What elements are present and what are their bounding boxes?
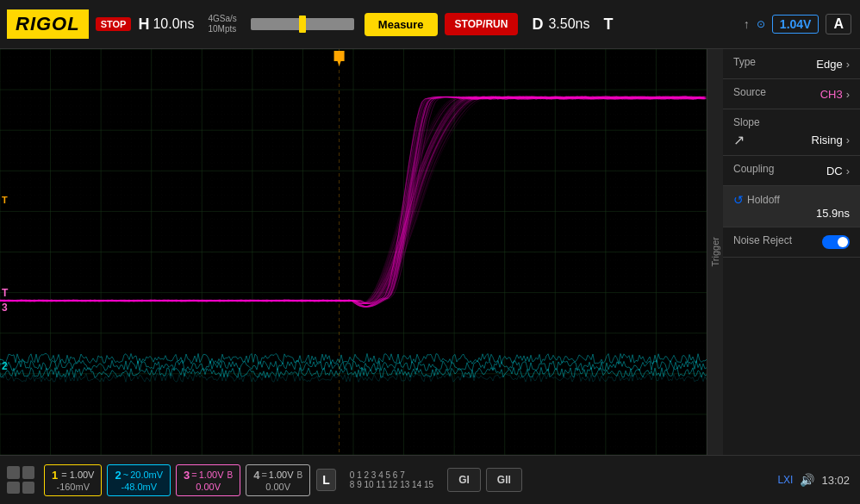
- bottom-bar: 1 = 1.00V -160mV 2 ~ 20.0mV -48.0mV 3 = …: [0, 455, 860, 504]
- measure-button[interactable]: Measure: [365, 13, 438, 36]
- clock-time: 13:02: [821, 474, 850, 487]
- holdoff-label: Holdoff: [747, 194, 780, 206]
- h-value: 10.0ns: [153, 16, 194, 32]
- ch3-val1: 1.00V: [199, 470, 224, 480]
- coupling-section: Coupling DC: [723, 156, 860, 186]
- d-label: D: [532, 16, 543, 34]
- t-label: T: [603, 16, 613, 34]
- ch2-val2: -48.0mV: [121, 482, 157, 492]
- channel-numbers: 0 1 2 3 4 5 6 7 8 9 10 11 12 13 14 15: [343, 470, 440, 489]
- trigger-side-tab: Trigger: [707, 49, 723, 455]
- type-section: Type Edge: [723, 49, 860, 79]
- gii-button[interactable]: GII: [486, 468, 522, 492]
- noise-reject-toggle[interactable]: [822, 235, 850, 249]
- ch4-val1: 1.00V: [269, 470, 294, 480]
- nums-row2: 8 9 10 11 12 13 14 15: [350, 480, 433, 489]
- progress-bar: [251, 18, 354, 30]
- a-button[interactable]: A: [826, 14, 851, 34]
- type-value[interactable]: Edge: [816, 58, 850, 71]
- ch4-eq: =: [261, 470, 266, 480]
- ch3-eq: =: [191, 470, 196, 480]
- sample-info: 4GSa/s 10Mpts: [208, 14, 236, 34]
- holdoff-value: 15.9ns: [733, 207, 850, 220]
- slope-value[interactable]: Rising: [812, 134, 850, 146]
- ch3-num: 3: [184, 469, 190, 482]
- ch1-button[interactable]: 1 = 1.00V -160mV: [44, 464, 102, 496]
- slope-icon: ↗: [733, 132, 745, 148]
- noise-reject-section: Noise Reject: [723, 227, 860, 258]
- rigol-logo: RIGOL: [7, 9, 89, 39]
- type-label: Type: [733, 56, 756, 68]
- ch3-b-label: B: [227, 470, 233, 480]
- ch2-tilde: ~: [123, 470, 128, 480]
- lxi-label: LXI: [777, 474, 793, 486]
- source-section: Source CH3: [723, 79, 860, 109]
- ch4-val2: 0.00V: [265, 482, 290, 492]
- voltage-display: 1.04V: [772, 15, 819, 34]
- ch2-num: 2: [115, 469, 121, 482]
- slope-section: Slope ↗ Rising: [723, 109, 860, 156]
- d-value: 3.50ns: [548, 16, 589, 32]
- gi-button[interactable]: GI: [447, 468, 481, 492]
- coupling-label: Coupling: [733, 163, 774, 175]
- ch2-val1: 20.0mV: [130, 470, 163, 480]
- ch4-button[interactable]: 4 = 1.00V B 0.00V: [246, 464, 310, 496]
- ch3-val2: 0.00V: [196, 482, 221, 492]
- ch1-num: 1: [52, 469, 58, 482]
- holdoff-icon: ↺: [733, 193, 744, 207]
- nums-row1: 0 1 2 3 4 5 6 7: [350, 470, 433, 480]
- ch4-b-label: B: [297, 470, 303, 480]
- holdoff-section: ↺ Holdoff 15.9ns: [723, 186, 860, 227]
- channel-icon: ⊙: [757, 18, 765, 30]
- right-panel: Trigger Type Edge Source CH3 Slope ↗ Ris…: [707, 49, 860, 455]
- scope-area: [0, 49, 707, 455]
- top-right-area: ↑ ⊙ 1.04V A: [744, 14, 851, 34]
- status-area: LXI 🔊 13:02: [777, 473, 850, 487]
- l-button[interactable]: L: [316, 469, 336, 491]
- ch4-num: 4: [253, 469, 259, 482]
- source-value[interactable]: CH3: [820, 88, 850, 101]
- oscilloscope-canvas: [0, 49, 707, 455]
- stop-badge: STOP: [96, 17, 132, 31]
- source-label: Source: [733, 86, 766, 98]
- arrow-icon: ↑: [744, 17, 750, 31]
- ch1-val2: -160mV: [56, 482, 90, 492]
- top-bar: RIGOL STOP H 10.0ns 4GSa/s 10Mpts Measur…: [0, 0, 860, 49]
- noise-reject-label: Noise Reject: [733, 234, 792, 246]
- h-label: H: [138, 16, 149, 34]
- coupling-value[interactable]: DC: [826, 165, 850, 177]
- ch3-button[interactable]: 3 = 1.00V B 0.00V: [176, 464, 240, 496]
- menu-icon[interactable]: [7, 466, 34, 494]
- ch1-val1: = 1.00V: [61, 470, 94, 480]
- speaker-icon: 🔊: [800, 473, 814, 487]
- slope-label: Slope: [733, 116, 760, 128]
- trigger-content: Type Edge Source CH3 Slope ↗ Rising Coup…: [723, 49, 860, 455]
- stoprun-button[interactable]: STOP/RUN: [445, 13, 519, 35]
- ch2-button[interactable]: 2 ~ 20.0mV -48.0mV: [107, 464, 171, 496]
